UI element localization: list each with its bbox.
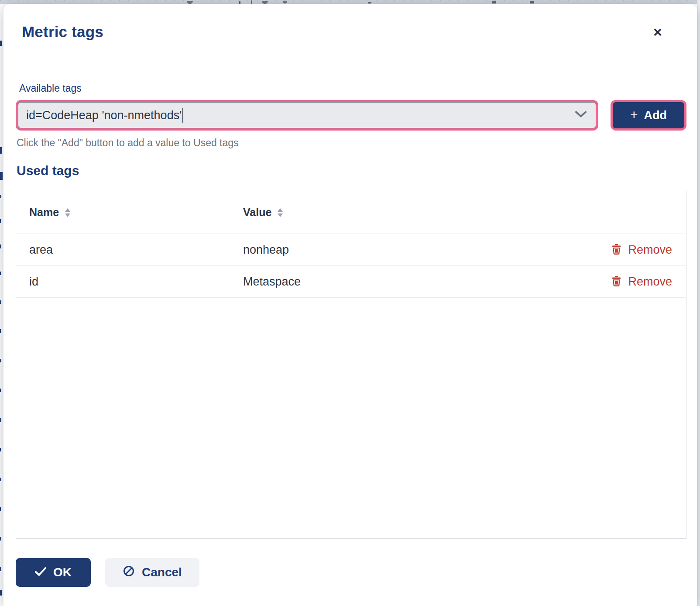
dialog-title: Metric tags [22, 23, 686, 41]
tag-value: nonheap [243, 243, 289, 257]
remove-button-label: Remove [628, 275, 672, 289]
background-page-fragment [0, 300, 1, 304]
add-button-label: Add [644, 109, 667, 122]
background-page-fragment [283, 1, 287, 3]
used-tags-heading: Used tags [17, 163, 686, 178]
add-button[interactable]: + Add [613, 102, 684, 128]
table-row: area nonheap Remove [16, 234, 686, 266]
cancel-slash-icon [123, 565, 135, 580]
available-tags-select[interactable]: id=CodeHeap 'non-nmethods' [18, 102, 596, 128]
check-icon [35, 565, 46, 579]
background-page-fragment [0, 359, 1, 362]
tag-name: area [29, 243, 53, 257]
background-page-fragment [0, 418, 1, 422]
add-helper-text: Click the "Add" button to add a value to… [17, 137, 686, 149]
background-page-fragment [251, 0, 252, 4]
background-page-fragment [187, 1, 193, 4]
cancel-button-label: Cancel [142, 565, 182, 579]
column-header-value[interactable]: Value [243, 206, 672, 219]
background-page-fragment [0, 448, 1, 451]
background-page-fragment [262, 1, 268, 4]
close-icon[interactable]: × [650, 24, 666, 40]
ok-button-label: OK [53, 565, 72, 579]
background-page-fragment [0, 272, 1, 275]
remove-button[interactable]: Remove [611, 275, 672, 289]
tag-name: id [29, 275, 38, 289]
background-page-fragment [0, 507, 1, 511]
background-page-fragment [0, 244, 1, 248]
background-page-fragment [0, 567, 1, 571]
background-page-fragment [0, 41, 2, 46]
used-tags-table: Name Value area [16, 191, 686, 539]
sort-icon[interactable] [277, 208, 283, 217]
background-page-fragment [0, 219, 1, 223]
dialog-footer: OK Cancel [16, 558, 686, 587]
table-row: id Metaspace Remove [16, 266, 686, 298]
available-tags-row: id=CodeHeap 'non-nmethods' + Add [16, 100, 686, 131]
trash-icon [611, 275, 621, 288]
value-column-label: Value [243, 206, 271, 219]
available-tags-label: Available tags [19, 83, 686, 94]
background-page-fragment [0, 329, 1, 333]
trash-icon [611, 244, 621, 256]
table-header-row: Name Value [16, 191, 686, 234]
background-tick-marks [0, 0, 700, 1]
metric-tags-dialog: Metric tags × Available tags id=CodeHeap… [3, 4, 697, 606]
remove-button-label: Remove [628, 243, 672, 257]
plus-icon: + [630, 108, 638, 121]
background-page-top-strip [0, 0, 700, 4]
column-header-name[interactable]: Name [16, 206, 243, 219]
background-page-fragment [0, 172, 3, 180]
background-page-fragment [0, 478, 1, 481]
background-page-fragment [530, 1, 534, 3]
chevron-down-icon [575, 111, 587, 120]
tag-value: Metaspace [243, 275, 301, 289]
name-column-label: Name [29, 206, 59, 219]
ok-button[interactable]: OK [16, 558, 91, 587]
background-page-fragment [0, 195, 1, 198]
remove-button[interactable]: Remove [611, 243, 672, 257]
add-button-highlight: + Add [611, 100, 686, 131]
background-page-fragment [0, 590, 2, 596]
background-page-right-strip [697, 0, 700, 606]
tag-select-highlight: id=CodeHeap 'non-nmethods' [16, 100, 598, 131]
background-page-fragment [492, 1, 496, 3]
text-cursor [182, 108, 183, 123]
background-page-fragment [0, 537, 1, 541]
background-page-fragment [0, 147, 2, 154]
selected-tag-value: id=CodeHeap 'non-nmethods' [26, 109, 182, 122]
background-page-fragment [0, 389, 1, 392]
background-page-fragment [368, 2, 371, 3]
sort-icon[interactable] [65, 208, 71, 217]
cancel-button[interactable]: Cancel [105, 558, 199, 587]
